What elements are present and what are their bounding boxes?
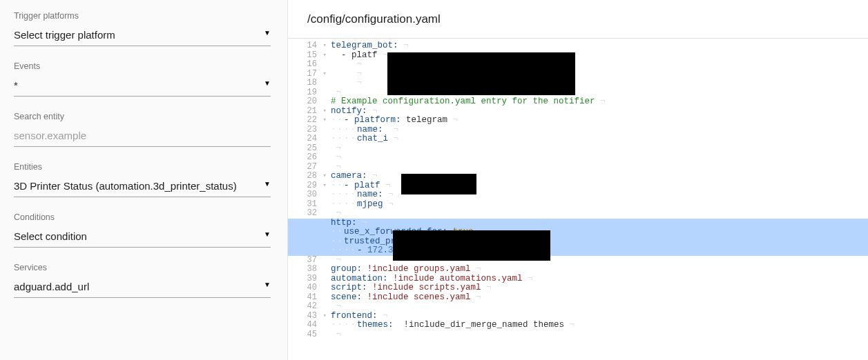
line-number: 20 xyxy=(288,97,320,107)
line-number: 37 xyxy=(288,256,320,266)
code-editor[interactable]: 1415161718192021222324252627282930313233… xyxy=(288,39,868,360)
code-line[interactable]: group: !include groups.yaml ¬ xyxy=(331,265,868,274)
entities-select[interactable]: 3D Printer Status (automation.3d_printer… xyxy=(14,177,271,197)
redaction-block xyxy=(401,174,476,194)
events-field: Events * ▼ xyxy=(14,61,271,97)
line-number: 45 xyxy=(288,330,320,340)
code-line[interactable]: ¬ xyxy=(331,163,868,172)
code-line[interactable]: ¬ xyxy=(331,209,868,219)
line-gutter: 1415161718192021222324252627282930313233… xyxy=(288,41,320,339)
code-line[interactable]: script: !include scripts.yaml ¬ xyxy=(331,283,868,293)
line-number: 26 xyxy=(288,153,320,163)
code-line[interactable]: ¬ xyxy=(331,153,868,163)
line-number: 44 xyxy=(288,321,320,330)
editor-pane: /config/configuration.yaml 1415161718192… xyxy=(287,0,868,360)
redaction-block xyxy=(393,230,550,261)
code-line[interactable]: http: ¬ xyxy=(288,219,868,228)
file-path-header: /config/configuration.yaml xyxy=(288,0,868,39)
entities-field: Entities 3D Printer Status (automation.3… xyxy=(14,162,271,197)
code-content[interactable]: telegram_bot: ¬ - platf ¬ ¬ ¬ ¬ ¬# Examp… xyxy=(331,41,868,339)
line-number: 38 xyxy=(288,265,320,274)
code-line[interactable]: ····mjpeg ¬ xyxy=(331,200,868,210)
line-number: 28 xyxy=(288,172,320,181)
line-number: 24 xyxy=(288,134,320,144)
trigger-platform-field: Trigger platforms Select trigger platfor… xyxy=(14,11,271,46)
line-number: 43 xyxy=(288,312,320,321)
field-label: Search entity xyxy=(14,112,271,121)
line-number: 40 xyxy=(288,283,320,293)
line-number: 31 xyxy=(288,200,320,210)
field-label: Services xyxy=(14,263,271,272)
code-line[interactable]: telegram_bot: ¬ xyxy=(331,41,868,51)
line-number: 16 xyxy=(288,60,320,70)
code-line[interactable]: ¬ xyxy=(331,144,868,154)
code-line[interactable]: # Example configuration.yaml entry for t… xyxy=(331,97,868,107)
line-number: 39 xyxy=(288,274,320,284)
line-number: 14 xyxy=(288,41,320,51)
line-number: 41 xyxy=(288,293,320,303)
line-number: 22 xyxy=(288,116,320,126)
line-number: 19 xyxy=(288,88,320,98)
line-number: 29 xyxy=(288,181,320,191)
services-field: Services adguard.add_url ▼ xyxy=(14,263,271,298)
search-entity-input[interactable]: sensor.example xyxy=(14,127,271,147)
sidebar: Trigger platforms Select trigger platfor… xyxy=(0,0,287,360)
select-value: Select trigger platform xyxy=(14,29,115,41)
field-label: Trigger platforms xyxy=(14,11,271,21)
code-line[interactable]: ¬ xyxy=(331,302,868,312)
chevron-down-icon: ▼ xyxy=(264,281,271,288)
line-number: 17 xyxy=(288,70,320,79)
field-label: Events xyxy=(14,61,271,71)
code-line[interactable]: frontend: ¬ xyxy=(331,312,868,321)
redaction-block xyxy=(387,52,575,95)
line-number: 25 xyxy=(288,144,320,154)
chevron-down-icon: ▼ xyxy=(264,180,271,188)
line-number: 27 xyxy=(288,163,320,172)
conditions-select[interactable]: Select condition ▼ xyxy=(14,228,271,248)
select-value: Select condition xyxy=(14,230,87,242)
line-number: 32 xyxy=(288,209,320,219)
line-number: 21 xyxy=(288,107,320,117)
chevron-down-icon: ▼ xyxy=(264,230,271,238)
conditions-field: Conditions Select condition ▼ xyxy=(14,212,271,248)
code-line[interactable]: notify: ¬ xyxy=(331,107,868,117)
code-line[interactable]: ··trusted_proxies: ¬ xyxy=(288,237,868,247)
field-label: Conditions xyxy=(14,212,271,222)
line-number: 30 xyxy=(288,190,320,200)
code-line[interactable]: ····themes: !include_dir_merge_named the… xyxy=(331,321,868,330)
line-number: 15 xyxy=(288,51,320,61)
line-number: 23 xyxy=(288,126,320,135)
select-value: adguard.add_url xyxy=(14,281,89,292)
select-value: 3D Printer Status (automation.3d_printer… xyxy=(14,180,237,192)
code-line[interactable]: ····name: ¬ xyxy=(331,126,868,135)
code-line[interactable]: ¬ xyxy=(331,330,868,340)
code-line[interactable]: ··use_x_forwarded_for: true ¬ xyxy=(288,228,868,237)
input-placeholder: sensor.example xyxy=(14,130,86,141)
code-line[interactable]: ··- platform: telegram ¬ xyxy=(331,116,868,126)
search-entity-field: Search entity sensor.example xyxy=(14,112,271,147)
line-number: 18 xyxy=(288,79,320,88)
field-label: Entities xyxy=(14,162,271,172)
code-line[interactable]: ····- 172.30.33.0/24 ¬ xyxy=(288,246,868,256)
code-line[interactable]: automation: !include automations.yaml ¬ xyxy=(331,274,868,284)
chevron-down-icon: ▼ xyxy=(264,79,271,87)
trigger-platform-select[interactable]: Select trigger platform ▼ xyxy=(14,26,271,46)
code-line[interactable]: ····chat_i ¬ xyxy=(331,134,868,144)
file-path: /config/configuration.yaml xyxy=(307,12,441,26)
line-number: 42 xyxy=(288,302,320,312)
code-line[interactable]: scene: !include scenes.yaml ¬ xyxy=(331,293,868,303)
chevron-down-icon: ▼ xyxy=(264,29,271,37)
services-select[interactable]: adguard.add_url ▼ xyxy=(14,278,271,298)
select-value: * xyxy=(14,79,18,91)
events-select[interactable]: * ▼ xyxy=(14,77,271,97)
